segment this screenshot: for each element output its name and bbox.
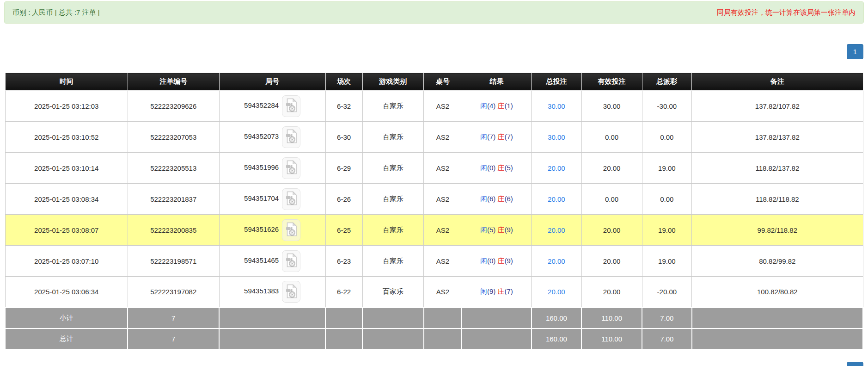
subtotal-empty-cell <box>692 308 863 329</box>
table-row: 2025-01-25 03:07:10 522223198571 5943514… <box>5 246 863 277</box>
currency-summary-text: 币别 : 人民币 | 总共 :7 注单 | <box>12 8 100 17</box>
player-result-value: (0) <box>487 164 495 172</box>
pagination-top: 1 <box>0 44 863 59</box>
col-header-table-id: 桌号 <box>424 73 462 91</box>
page-1-button[interactable]: 1 <box>847 44 863 59</box>
total-bet-link[interactable]: 20.00 <box>548 164 565 172</box>
col-header-payout: 总派彩 <box>642 73 692 91</box>
cell-remark: 99.82/118.82 <box>692 215 863 246</box>
subtotal-total-bet: 160.00 <box>532 308 582 329</box>
total-payout: 7.00 <box>642 329 692 349</box>
cell-round-id: 594351465 <box>219 246 325 277</box>
player-result-label: 闲 <box>480 102 487 110</box>
cell-round-id: 594352073 <box>219 122 325 153</box>
cell-result: 闲(0) 庄(5) <box>462 153 531 184</box>
cell-total-bet: 30.00 <box>532 91 582 122</box>
cell-bet-id: 522223207053 <box>128 122 219 153</box>
video-replay-icon <box>286 191 297 207</box>
cell-session: 6-32 <box>325 91 362 122</box>
cell-valid-bet: 20.00 <box>581 153 642 184</box>
subtotal-valid-bet: 110.00 <box>581 308 642 329</box>
player-result-label: 闲 <box>480 164 487 172</box>
subtotal-empty-cell <box>219 308 325 329</box>
total-count: 7 <box>128 329 219 349</box>
cell-game-type: 百家乐 <box>362 277 424 308</box>
player-result-label: 闲 <box>480 226 487 234</box>
cell-bet-id: 522223209626 <box>128 91 219 122</box>
table-header-row: 时间 注单编号 局号 场次 游戏类别 桌号 结果 总投注 有效投注 总派彩 备注 <box>5 73 863 91</box>
player-result-value: (5) <box>487 226 495 234</box>
video-replay-icon <box>286 98 297 114</box>
subtotal-count: 7 <box>128 308 219 329</box>
subtotal-empty-cell <box>325 308 362 329</box>
cell-time: 2025-01-25 03:10:14 <box>5 153 128 184</box>
total-bet-link[interactable]: 20.00 <box>548 226 565 234</box>
total-empty-cell <box>424 329 462 349</box>
video-replay-button[interactable] <box>282 219 300 241</box>
cell-result: 闲(0) 庄(9) <box>462 246 531 277</box>
cell-round-id: 594351383 <box>219 277 325 308</box>
cell-bet-id: 522223197082 <box>128 277 219 308</box>
subtotal-label: 小计 <box>5 308 128 329</box>
cell-bet-id: 522223198571 <box>128 246 219 277</box>
total-bet-link[interactable]: 20.00 <box>548 257 565 265</box>
total-bet-link[interactable]: 30.00 <box>548 102 565 110</box>
cell-bet-id: 522223205513 <box>128 153 219 184</box>
info-banner: 币别 : 人民币 | 总共 :7 注单 | 同局有效投注，统一计算在该局第一张注… <box>4 1 864 24</box>
cell-time: 2025-01-25 03:08:07 <box>5 215 128 246</box>
cell-result: 闲(5) 庄(9) <box>462 215 531 246</box>
video-replay-button[interactable] <box>282 281 300 303</box>
page: 币别 : 人民币 | 总共 :7 注单 | 同局有效投注，统一计算在该局第一张注… <box>0 1 868 366</box>
player-result-label: 闲 <box>480 133 487 141</box>
cell-round-id: 594351996 <box>219 153 325 184</box>
cell-result: 闲(6) 庄(6) <box>462 184 531 215</box>
cell-payout: 0.00 <box>642 184 692 215</box>
round-id-text: 594352284 <box>244 101 279 109</box>
col-header-session: 场次 <box>325 73 362 91</box>
table-row: 2025-01-25 03:06:34 522223197082 5943513… <box>5 277 863 308</box>
subtotal-empty-cell <box>462 308 531 329</box>
player-result-value: (4) <box>487 102 495 110</box>
cell-session: 6-25 <box>325 215 362 246</box>
table-row: 2025-01-25 03:08:07 522223200835 5943516… <box>5 215 863 246</box>
total-bet-link[interactable]: 20.00 <box>548 195 565 203</box>
video-replay-button[interactable] <box>282 126 300 148</box>
cell-total-bet: 20.00 <box>532 153 582 184</box>
cell-game-type: 百家乐 <box>362 246 424 277</box>
cell-remark: 137.82/107.82 <box>692 91 863 122</box>
cell-game-type: 百家乐 <box>362 153 424 184</box>
notice-text: 同局有效投注，统一计算在该局第一张注单内 <box>717 8 856 17</box>
cell-bet-id: 522223200835 <box>128 215 219 246</box>
video-replay-button[interactable] <box>282 95 300 117</box>
cell-bet-id: 522223201837 <box>128 184 219 215</box>
total-bet-link[interactable]: 30.00 <box>548 133 565 141</box>
cell-table-id: AS2 <box>424 122 462 153</box>
cell-remark: 80.82/99.82 <box>692 246 863 277</box>
cell-valid-bet: 0.00 <box>581 184 642 215</box>
video-replay-button[interactable] <box>282 188 300 210</box>
cell-payout: 19.00 <box>642 246 692 277</box>
player-result-label: 闲 <box>480 257 487 265</box>
banker-result-value: (5) <box>505 164 513 172</box>
video-replay-icon <box>286 253 297 269</box>
cell-session: 6-26 <box>325 184 362 215</box>
subtotal-row: 小计 7 160.00 110.00 7.00 <box>5 308 863 329</box>
cell-session: 6-23 <box>325 246 362 277</box>
cell-session: 6-22 <box>325 277 362 308</box>
cell-table-id: AS2 <box>424 246 462 277</box>
banker-result-label: 庄 <box>498 102 505 110</box>
round-id-text: 594351996 <box>244 163 279 171</box>
cell-round-id: 594351704 <box>219 184 325 215</box>
page-1-button-bottom[interactable]: 1 <box>847 362 863 366</box>
player-result-value: (7) <box>487 133 495 141</box>
video-replay-button[interactable] <box>282 250 300 272</box>
round-id-text: 594351704 <box>244 194 279 202</box>
video-replay-icon <box>286 284 297 300</box>
banker-result-value: (6) <box>505 195 513 203</box>
bet-records-table: 时间 注单编号 局号 场次 游戏类别 桌号 结果 总投注 有效投注 总派彩 备注… <box>5 73 863 350</box>
total-bet-link[interactable]: 20.00 <box>548 288 565 296</box>
cell-remark: 100.82/80.82 <box>692 277 863 308</box>
round-id-text: 594351465 <box>244 256 279 264</box>
cell-total-bet: 20.00 <box>532 215 582 246</box>
video-replay-button[interactable] <box>282 157 300 179</box>
